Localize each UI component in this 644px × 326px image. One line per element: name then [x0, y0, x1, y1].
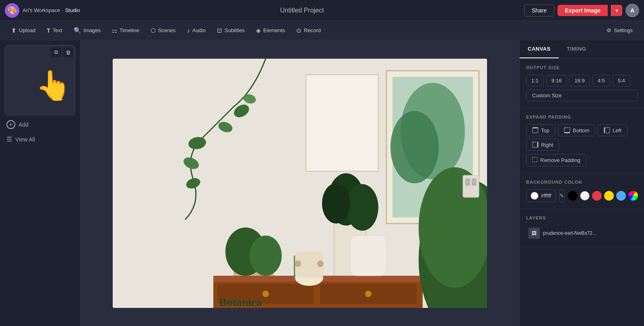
share-button[interactable]: Share [524, 4, 554, 16]
canvas-area[interactable]: Botanica [80, 40, 519, 326]
scenes-tool[interactable]: ⬡ Scenes [146, 25, 180, 37]
bg-color-label: BACKGROUND COLOR [526, 180, 638, 185]
view-all-button[interactable]: ☰ View All [5, 134, 75, 145]
svg-rect-39 [472, 178, 477, 186]
expand-padding-section: EXPAND PADDING Top [520, 108, 644, 173]
preset-white[interactable] [580, 191, 590, 201]
size-9-16[interactable]: 9:16 [546, 75, 567, 86]
output-size-section: OUTPUT SIZE 1:1 9:16 16:9 4:5 5:4 Custom… [520, 59, 644, 108]
images-icon: 🔍 [74, 27, 81, 34]
timeline-label: Timeline [120, 27, 139, 33]
workspace-name[interactable]: Ari's Workspace [23, 7, 60, 13]
padding-top-icon [532, 127, 539, 133]
svg-point-4 [390, 111, 439, 183]
add-scene-button[interactable]: + Add [5, 119, 75, 131]
layers-label: LAYERS [526, 215, 638, 220]
svg-rect-48 [533, 157, 537, 162]
elements-tool[interactable]: ◈ Elements [251, 25, 290, 37]
svg-rect-36 [350, 236, 386, 276]
preset-black[interactable] [568, 191, 578, 201]
upload-tool[interactable]: ⬆ Upload [6, 25, 40, 37]
preset-colors [568, 191, 638, 201]
export-caret-button[interactable]: ▾ [611, 5, 622, 16]
preset-blue[interactable] [616, 191, 626, 201]
padding-left-label: Left [613, 127, 621, 133]
project-title[interactable]: Untitled Project [83, 7, 521, 14]
audio-label: Audio [192, 27, 206, 33]
preset-yellow[interactable] [604, 191, 614, 201]
padding-top-button[interactable]: Top [526, 124, 555, 136]
text-tool[interactable]: T Text [42, 25, 67, 36]
bg-color-row: #ffffff ✎ [526, 189, 638, 202]
background-color-section: BACKGROUND COLOR #ffffff ✎ [520, 173, 644, 209]
avatar[interactable]: A [625, 4, 639, 17]
layer-name: prudence-earl-NwBx72... [543, 230, 597, 236]
svg-rect-5 [306, 75, 378, 171]
thumbnail-emoji: 👆 [35, 68, 72, 103]
svg-rect-37 [463, 175, 479, 197]
images-tool[interactable]: 🔍 Images [69, 25, 106, 37]
thumb-actions: ⧉ 🗑 [51, 47, 73, 57]
view-all-label: View All [15, 136, 35, 143]
images-label: Images [84, 27, 101, 33]
text-label: Text [53, 27, 62, 33]
list-icon: ☰ [6, 135, 12, 143]
copy-scene-button[interactable]: ⧉ [51, 47, 61, 57]
padding-left-button[interactable]: Left [598, 124, 627, 136]
expand-padding-label: EXPAND PADDING [526, 115, 638, 119]
thumbnail-card[interactable]: ⧉ 🗑 👆 [5, 45, 75, 115]
layers-section: LAYERS 🖼 prudence-earl-NwBx72... [520, 209, 644, 248]
padding-right-button[interactable]: Right [526, 139, 559, 151]
remove-padding-button[interactable]: Remove Padding [526, 154, 586, 166]
subtitles-tool[interactable]: ⊡ Subtitles [212, 25, 250, 37]
settings-button[interactable]: ⚙ Settings [602, 25, 638, 36]
padding-left-icon [604, 127, 610, 133]
elements-icon: ◈ [256, 27, 261, 34]
bg-color-preview[interactable]: #ffffff [526, 189, 556, 202]
size-options: 1:1 9:16 16:9 4:5 5:4 [526, 75, 638, 86]
audio-icon: ♪ [187, 27, 190, 34]
settings-icon: ⚙ [607, 27, 611, 33]
right-panel: CANVAS TIMING OUTPUT SIZE 1:1 9:16 16:9 … [519, 40, 644, 326]
svg-rect-46 [533, 142, 538, 147]
size-16-9[interactable]: 16:9 [569, 75, 590, 86]
tab-timing[interactable]: TIMING [559, 40, 594, 58]
size-5-4[interactable]: 5:4 [613, 75, 630, 86]
studio-label: Studio [65, 7, 80, 13]
svg-rect-44 [605, 128, 609, 133]
elements-label: Elements [263, 27, 285, 33]
export-button[interactable]: Export Image [557, 5, 608, 16]
breadcrumb-separator: › [62, 7, 63, 13]
layer-item[interactable]: 🖼 prudence-earl-NwBx72... [526, 225, 638, 241]
custom-size-button[interactable]: Custom Size [526, 90, 638, 101]
size-1-1[interactable]: 1:1 [526, 75, 544, 86]
main-area: ⧉ 🗑 👆 + Add ☰ View All [0, 40, 644, 326]
preset-multi[interactable] [628, 191, 638, 201]
delete-scene-button[interactable]: 🗑 [63, 47, 73, 57]
eyedropper-button[interactable]: ✎ [559, 189, 565, 202]
record-tool[interactable]: ⊙ Record [291, 25, 326, 37]
padding-bottom-button[interactable]: Bottom [558, 124, 595, 136]
settings-label: Settings [614, 27, 633, 33]
subtitles-label: Subtitles [225, 27, 245, 33]
svg-point-15 [322, 183, 350, 223]
size-4-5[interactable]: 4:5 [592, 75, 610, 86]
remove-padding-label: Remove Padding [540, 157, 580, 163]
tab-canvas[interactable]: CANVAS [520, 40, 559, 58]
output-size-label: OUTPUT SIZE [526, 65, 638, 70]
audio-tool[interactable]: ♪ Audio [182, 25, 211, 36]
topbar: 🎨 Ari's Workspace › Studio Untitled Proj… [0, 0, 644, 21]
record-label: Record [304, 27, 321, 33]
svg-point-23 [262, 291, 269, 297]
remove-padding-icon [532, 157, 538, 164]
preset-red[interactable] [592, 191, 602, 201]
upload-icon: ⬆ [11, 27, 17, 34]
layer-thumbnail: 🖼 [528, 228, 540, 239]
upload-label: Upload [19, 27, 35, 33]
svg-rect-42 [565, 128, 570, 133]
timeline-tool[interactable]: ⚏ Timeline [107, 25, 144, 37]
svg-point-33 [317, 260, 324, 267]
svg-rect-40 [533, 128, 538, 133]
timeline-icon: ⚏ [112, 27, 117, 34]
scenes-icon: ⬡ [151, 27, 156, 34]
